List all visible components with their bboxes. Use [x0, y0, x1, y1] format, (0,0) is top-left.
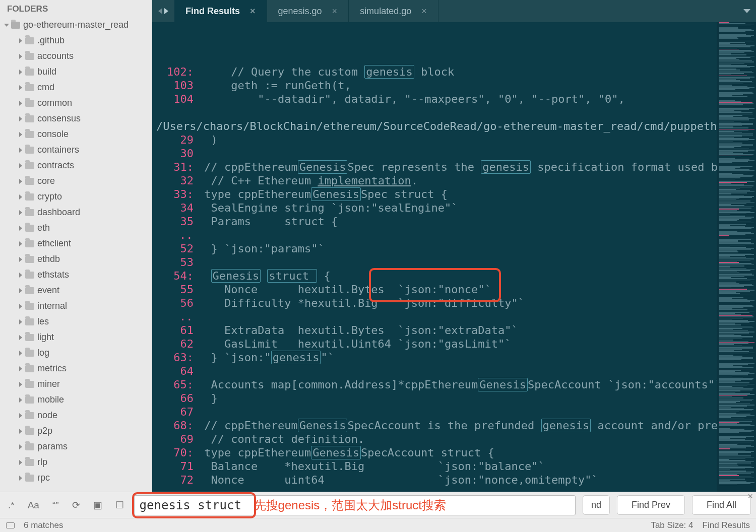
tree-folder-node[interactable]: node [0, 408, 152, 423]
minimap[interactable] [717, 22, 756, 492]
code-line[interactable]: 68: // cppEthereumGenesisSpecAccount is … [152, 419, 717, 432]
code-line[interactable]: 56 Difficulty *hexutil.Big `json:"diffic… [152, 296, 717, 310]
tree-folder-ethdb[interactable]: ethdb [0, 251, 152, 267]
result-file-path[interactable]: /Users/chaors/BlockChain/ethereum/Source… [152, 119, 717, 133]
code-line[interactable]: 103 geth := runGeth(t, [152, 79, 717, 92]
tree-folder-contracts[interactable]: contracts [0, 158, 152, 173]
tab-overflow[interactable] [738, 0, 756, 22]
close-icon[interactable]: × [747, 491, 753, 502]
chevron-right-icon[interactable] [19, 70, 22, 75]
panel-icon[interactable] [6, 522, 15, 528]
tree-folder-build[interactable]: build [0, 64, 152, 80]
chevron-right-icon[interactable] [19, 273, 22, 278]
chevron-right-icon[interactable] [19, 366, 22, 371]
code-line[interactable]: 71 Balance *hexutil.Big `json:"balance"` [152, 459, 717, 473]
tree-folder-core[interactable]: core [0, 173, 152, 189]
code-line[interactable]: 63: } `json:"genesis"` [152, 351, 717, 364]
highlight-toggle[interactable]: ☐ [112, 497, 127, 513]
chevron-right-icon[interactable] [19, 304, 22, 309]
tree-folder-console[interactable]: console [0, 126, 152, 142]
tree-folder-log[interactable]: log [0, 345, 152, 361]
code-line[interactable]: 66 } [152, 391, 717, 405]
tree-folder-light[interactable]: light [0, 329, 152, 345]
find-prev-button[interactable]: Find Prev [617, 495, 685, 515]
code-line[interactable]: 54: Genesis struct { [152, 269, 717, 283]
chevron-right-icon[interactable] [19, 38, 22, 43]
tree-folder-dashboard[interactable]: dashboard [0, 205, 152, 220]
chevron-right-icon[interactable] [19, 288, 22, 293]
fold-ellipsis[interactable]: .. [152, 228, 193, 242]
fold-ellipsis[interactable]: .. [152, 310, 193, 323]
status-tab-size[interactable]: Tab Size: 4 [651, 520, 693, 530]
chevron-right-icon[interactable] [19, 335, 22, 340]
tab-nav[interactable] [152, 0, 174, 22]
tree-folder-containers[interactable]: containers [0, 142, 152, 158]
wrap-toggle[interactable]: ⟳ [69, 497, 83, 513]
chevron-right-icon[interactable] [19, 163, 22, 168]
code-line[interactable]: 102: // Query the custom genesis block [152, 65, 717, 79]
chevron-right-icon[interactable] [19, 351, 22, 356]
code-line[interactable]: 34 SealEngine string `json:"sealEngine"` [152, 201, 717, 215]
close-icon[interactable]: × [250, 6, 256, 17]
close-icon[interactable]: × [332, 6, 338, 17]
code-line[interactable]: 65: Accounts map[common.Address]*cppEthe… [152, 378, 717, 391]
find-input[interactable] [134, 495, 576, 515]
chevron-right-icon[interactable] [19, 241, 22, 246]
nav-left-icon[interactable] [158, 8, 162, 14]
chevron-right-icon[interactable] [19, 319, 22, 324]
chevron-down-icon[interactable] [4, 24, 9, 27]
tree-folder-event[interactable]: event [0, 283, 152, 298]
tab-find-results[interactable]: Find Results× [174, 0, 267, 22]
code-line[interactable]: 61 ExtraData hexutil.Bytes `json:"extraD… [152, 323, 717, 337]
tree-root[interactable]: go-ethereum-master_read [0, 17, 152, 33]
chevron-right-icon[interactable] [19, 257, 22, 262]
code-line[interactable]: 64 [152, 364, 717, 378]
chevron-right-icon[interactable] [19, 226, 22, 231]
tab-simulated-go[interactable]: simulated.go× [349, 0, 438, 22]
chevron-right-icon[interactable] [19, 194, 22, 200]
tab-genesis-go[interactable]: genesis.go× [267, 0, 349, 22]
tree-folder-rpc[interactable]: rpc [0, 470, 152, 486]
code-line[interactable]: 29 ) [152, 133, 717, 147]
tree-folder-les[interactable]: les [0, 314, 152, 329]
nav-right-icon[interactable] [164, 8, 168, 14]
tree-folder-metrics[interactable]: metrics [0, 361, 152, 376]
code-line[interactable]: 35 Params struct { [152, 215, 717, 228]
code-line[interactable]: 62 GasLimit hexutil.Uint64 `json:"gasLim… [152, 337, 717, 351]
chevron-right-icon[interactable] [19, 54, 22, 59]
code-line[interactable]: 104 "--datadir", datadir, "--maxpeers", … [152, 92, 717, 106]
chevron-right-icon[interactable] [19, 397, 22, 403]
tree-folder-accounts[interactable]: accounts [0, 48, 152, 64]
chevron-right-icon[interactable] [19, 429, 22, 434]
code-line[interactable]: 53 [152, 255, 717, 269]
code-line[interactable]: 33: type cppEthereumGenesisSpec struct { [152, 187, 717, 201]
tree-folder-ethclient[interactable]: ethclient [0, 236, 152, 251]
tree-folder-cmd[interactable]: cmd [0, 80, 152, 95]
tree-folder-mobile[interactable]: mobile [0, 392, 152, 408]
tree-folder-eth[interactable]: eth [0, 220, 152, 236]
chevron-right-icon[interactable] [19, 101, 22, 106]
tree-folder-internal[interactable]: internal [0, 298, 152, 314]
find-all-button[interactable]: Find All [692, 495, 751, 515]
code-line[interactable]: 69 // contract definition. [152, 432, 717, 446]
case-toggle[interactable]: Aa [25, 498, 42, 513]
chevron-right-icon[interactable] [19, 148, 22, 153]
chevron-right-icon[interactable] [19, 460, 22, 465]
chevron-right-icon[interactable] [19, 476, 22, 481]
whole-word-toggle[interactable]: “” [49, 498, 62, 513]
code-line[interactable]: 67 [152, 405, 717, 419]
tree-folder-ethstats[interactable]: ethstats [0, 267, 152, 283]
tree-folder-common[interactable]: common [0, 95, 152, 111]
code-line[interactable]: 70: type cppEthereumGenesisSpecAccount s… [152, 446, 717, 459]
code-line[interactable]: 30 [152, 147, 717, 160]
close-icon[interactable]: × [421, 6, 427, 17]
chevron-right-icon[interactable] [19, 85, 22, 90]
regex-toggle[interactable]: .* [5, 498, 18, 513]
chevron-right-icon[interactable] [19, 210, 22, 215]
tree-folder-params[interactable]: params [0, 439, 152, 454]
chevron-right-icon[interactable] [19, 116, 22, 121]
status-syntax[interactable]: Find Results [703, 520, 750, 530]
chevron-right-icon[interactable] [19, 179, 22, 184]
chevron-right-icon[interactable] [19, 413, 22, 418]
tree-folder-crypto[interactable]: crypto [0, 189, 152, 205]
